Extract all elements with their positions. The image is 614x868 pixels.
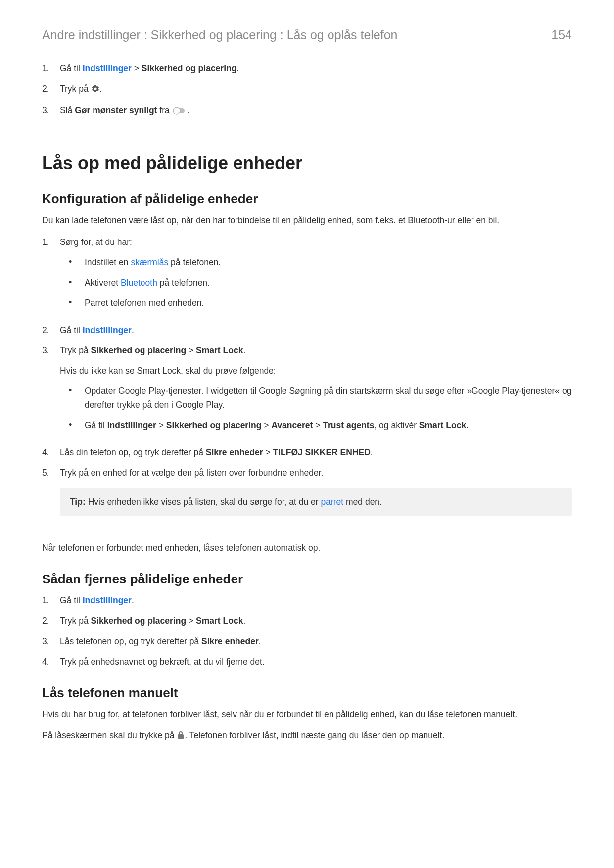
- text: Parret telefonen med enheden.: [85, 296, 572, 310]
- bold-text: Indstillinger: [107, 420, 156, 430]
- configure-steps-list: 1. Sørg for, at du har: • Indstillet en …: [42, 236, 572, 526]
- text: på telefonen.: [168, 257, 221, 267]
- text: Opdater Google Play-tjenester. I widgett…: [85, 385, 572, 411]
- sub-item: • Parret telefonen med enheden.: [60, 296, 572, 310]
- text: .: [100, 84, 102, 94]
- breadcrumb: Andre indstillinger : Sikkerhed og place…: [42, 28, 398, 42]
- section-remove: Sådan fjernes pålidelige enheder 1. Gå t…: [42, 572, 572, 669]
- step-number: 2.: [42, 82, 60, 96]
- text: .: [259, 636, 261, 646]
- text: Tryk på: [60, 84, 91, 94]
- page-number: 154: [551, 28, 572, 42]
- step-number: 4.: [42, 655, 60, 669]
- step-1: 1. Gå til Indstillinger.: [42, 594, 572, 607]
- text: Lås telefonen op, og tryk derefter på: [60, 636, 201, 646]
- bullet-icon: •: [60, 276, 85, 289]
- step-content: Gå til Indstillinger.: [60, 324, 572, 337]
- text: .: [236, 63, 239, 73]
- step-5: 5. Tryk på en enhed for at vælge den på …: [42, 466, 572, 526]
- bold-text: Sikkerhed og placering: [91, 616, 187, 626]
- toggle-off-icon: [172, 105, 187, 119]
- step-content: Slå Gør mønster synligt fra .: [60, 104, 572, 119]
- section-configure: Konfiguration af pålidelige enheder Du k…: [42, 192, 572, 555]
- step-content: Gå til Indstillinger.: [60, 594, 572, 607]
- intro-text: Du kan lade telefonen være låst op, når …: [42, 214, 572, 227]
- link-screenlock[interactable]: skærmlås: [131, 257, 168, 267]
- bold-text: Smart Lock: [196, 345, 243, 355]
- text: Gå til: [60, 63, 83, 73]
- text: Gå til: [60, 595, 83, 605]
- step-content: Gå til Indstillinger > Sikkerhed og plac…: [60, 62, 572, 75]
- intro-text: Hvis du har brug for, at telefonen forbl…: [42, 708, 572, 721]
- step-content: Tryk på Sikkerhed og placering > Smart L…: [60, 614, 572, 627]
- separator: >: [313, 420, 323, 430]
- link-bluetooth[interactable]: Bluetooth: [121, 278, 157, 288]
- step-4: 4. Tryk på enhedsnavnet og bekræft, at d…: [42, 655, 572, 669]
- link-settings[interactable]: Indstillinger: [83, 63, 132, 73]
- text: Slå: [60, 105, 75, 115]
- text: Indstillet en skærmlås på telefonen.: [85, 256, 572, 269]
- text: .: [243, 616, 245, 626]
- bold-text: TILFØJ SIKKER ENHED: [273, 447, 370, 457]
- text: Aktiveret Bluetooth på telefonen.: [85, 276, 572, 289]
- step-3: 3. Tryk på Sikkerhed og placering > Smar…: [42, 344, 572, 439]
- svg-point-1: [173, 107, 180, 114]
- separator: >: [263, 447, 273, 457]
- section-heading: Konfiguration af pålidelige enheder: [42, 192, 572, 207]
- section-manual-lock: Lås telefonen manuelt Hvis du har brug f…: [42, 685, 572, 744]
- step-number: 3.: [42, 104, 60, 117]
- sub-item: • Gå til Indstillinger > Sikkerhed og pl…: [60, 419, 572, 432]
- text: .: [371, 447, 373, 457]
- step-2: 2. Tryk på .: [42, 82, 572, 97]
- separator: >: [132, 63, 142, 73]
- separator: >: [261, 420, 271, 430]
- separator: >: [186, 616, 196, 626]
- text: Sørg for, at du har:: [60, 237, 132, 247]
- step-content: Tryk på enhedsnavnet og bekræft, at du v…: [60, 655, 572, 669]
- svg-rect-2: [178, 734, 184, 739]
- text: fra: [157, 105, 172, 115]
- step-1: 1. Gå til Indstillinger > Sikkerhed og p…: [42, 62, 572, 75]
- text: , og aktivér: [374, 420, 419, 430]
- gear-icon: [91, 84, 100, 97]
- bold-text: Avanceret: [271, 420, 313, 430]
- link-settings[interactable]: Indstillinger: [83, 595, 132, 605]
- text: Indstillet en: [85, 257, 131, 267]
- text: .: [132, 595, 134, 605]
- text: . Telefonen forbliver låst, indtil næste…: [185, 730, 444, 740]
- step-content: Tryk på Sikkerhed og placering > Smart L…: [60, 344, 572, 439]
- text: med den.: [343, 497, 382, 507]
- link-paired[interactable]: parret: [321, 497, 343, 507]
- section-divider: [42, 135, 572, 135]
- top-steps-list: 1. Gå til Indstillinger > Sikkerhed og p…: [42, 62, 572, 119]
- text: Tryk på: [60, 616, 91, 626]
- bold-text: Sikkerhed og placering: [166, 420, 262, 430]
- step-number: 1.: [42, 62, 60, 75]
- bullet-icon: •: [60, 256, 85, 268]
- step-number: 2.: [42, 324, 60, 337]
- text: På låseskærmen skal du trykke på: [42, 730, 177, 740]
- tip-box: Tip: Hvis enheden ikke vises på listen, …: [60, 488, 572, 516]
- step-1: 1. Sørg for, at du har: • Indstillet en …: [42, 236, 572, 317]
- bold-text: Smart Lock: [419, 420, 466, 430]
- step-number: 1.: [42, 236, 60, 249]
- outro-text: Når telefonen er forbundet med enheden, …: [42, 541, 572, 555]
- text: Gå til Indstillinger > Sikkerhed og plac…: [85, 419, 572, 432]
- step-content: Lås din telefon op, og tryk derefter på …: [60, 446, 572, 459]
- bullet-icon: •: [60, 385, 85, 397]
- bold-text: Smart Lock: [196, 616, 243, 626]
- bold-text: Sikkerhed og placering: [142, 63, 237, 73]
- text: .: [466, 420, 469, 430]
- section-heading: Sådan fjernes pålidelige enheder: [42, 572, 572, 587]
- link-settings[interactable]: Indstillinger: [83, 325, 132, 335]
- text: Hvis enheden ikke vises på listen, skal …: [86, 497, 321, 507]
- text: Lås din telefon op, og tryk derefter på: [60, 447, 206, 457]
- bullet-icon: •: [60, 419, 85, 431]
- text: Aktiveret: [85, 278, 121, 288]
- text: på telefonen.: [157, 278, 210, 288]
- text: .: [132, 325, 134, 335]
- step-content: Lås telefonen op, og tryk derefter på Si…: [60, 635, 572, 648]
- remove-steps-list: 1. Gå til Indstillinger. 2. Tryk på Sikk…: [42, 594, 572, 669]
- text: Gå til: [85, 420, 107, 430]
- sub-list: • Indstillet en skærmlås på telefonen. •…: [60, 256, 572, 310]
